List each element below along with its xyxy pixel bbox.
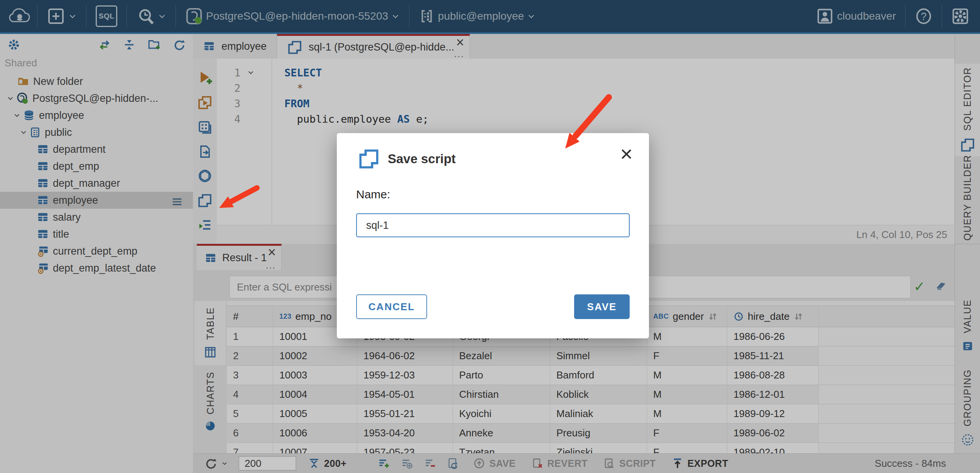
script-name-input[interactable] <box>356 213 630 237</box>
cloudbeaver-app: SQL PostgreSQL@ep-hidden-moon-55203 publ… <box>0 0 980 473</box>
save-button[interactable]: SAVE <box>574 294 630 319</box>
dialog-title: Save script <box>388 152 456 166</box>
save-script-dialog: Save script × Name: CANCEL SAVE <box>337 133 649 338</box>
close-icon[interactable]: × <box>620 143 633 165</box>
name-label: Name: <box>356 188 390 201</box>
cancel-button[interactable]: CANCEL <box>356 294 427 319</box>
script-icon <box>358 148 380 170</box>
